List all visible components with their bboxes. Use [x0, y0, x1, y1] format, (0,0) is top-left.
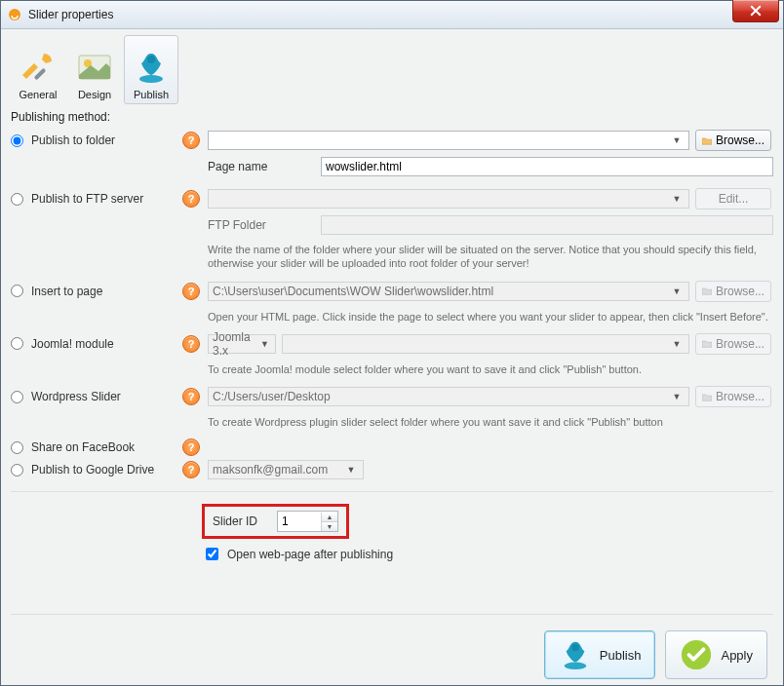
- chevron-down-icon: ▼: [669, 286, 685, 296]
- browse-button: Browse...: [695, 281, 771, 302]
- chevron-down-icon: ▼: [669, 392, 685, 401]
- content-area: General Design Publish Publishing method…: [1, 29, 783, 685]
- wp-path-combo: C:/Users/user/Desktop ▼: [208, 387, 689, 406]
- chevron-down-icon: ▼: [669, 339, 685, 349]
- radio-label: Publish to folder: [31, 133, 115, 147]
- joomla-hint: To create Joomla! module select folder w…: [208, 362, 773, 376]
- slider-id-label: Slider ID: [213, 514, 257, 528]
- spin-down[interactable]: ▼: [322, 521, 337, 531]
- radio-input[interactable]: [11, 134, 23, 147]
- button-label: Browse...: [716, 285, 764, 298]
- browse-button[interactable]: Browse...: [695, 130, 771, 151]
- tab-label: General: [19, 89, 57, 100]
- app-icon: [7, 7, 22, 22]
- titlebar: Slider properties: [1, 1, 783, 29]
- divider: [11, 614, 773, 615]
- svg-point-7: [571, 644, 579, 652]
- window-title: Slider properties: [28, 8, 113, 21]
- radio-label: Wordpress Slider: [31, 390, 121, 403]
- radio-facebook[interactable]: Share on FaceBook: [11, 440, 176, 454]
- apply-button[interactable]: Apply: [665, 630, 767, 679]
- edit-button: Edit...: [695, 188, 771, 210]
- radio-label: Joomla! module: [31, 337, 114, 351]
- svg-point-5: [147, 56, 155, 63]
- wrench-icon: [20, 50, 56, 85]
- dialog-window: Slider properties General Design: [0, 0, 784, 686]
- combo-value: C:/Users/user/Desktop: [213, 390, 331, 403]
- insert-hint: Open your HTML page. Click inside the pa…: [208, 310, 773, 324]
- folder-path-combo[interactable]: ▼: [208, 131, 689, 150]
- combo-value: maksonfk@gmail.com: [213, 463, 328, 476]
- spin-up[interactable]: ▲: [322, 513, 337, 521]
- browse-button: Browse...: [695, 386, 771, 407]
- radio-insert-page[interactable]: Insert to page: [11, 285, 176, 298]
- chevron-down-icon: ▼: [669, 194, 685, 204]
- tab-label: Design: [78, 89, 111, 100]
- button-label: Browse...: [716, 390, 764, 403]
- help-icon[interactable]: ?: [182, 335, 200, 353]
- publish-button[interactable]: Publish: [544, 630, 656, 679]
- chevron-down-icon: ▼: [669, 135, 685, 145]
- help-icon[interactable]: ?: [182, 190, 200, 208]
- ftp-folder-label: FTP Folder: [208, 218, 315, 232]
- open-after-checkbox[interactable]: Open web-page after publishing: [202, 545, 773, 563]
- folder-icon: [702, 392, 712, 402]
- button-label: Edit...: [719, 192, 749, 206]
- chevron-down-icon: ▼: [343, 465, 359, 475]
- check-icon: [680, 638, 713, 671]
- radio-input[interactable]: [11, 193, 23, 206]
- radio-input[interactable]: [11, 441, 23, 454]
- gdrive-account-select: maksonfk@gmail.com ▼: [208, 460, 364, 479]
- checkbox-input[interactable]: [206, 548, 218, 560]
- picture-icon: [77, 50, 112, 85]
- radio-label: Publish to Google Drive: [31, 463, 154, 476]
- folder-icon: [702, 135, 712, 146]
- section-title: Publishing method:: [11, 110, 773, 124]
- close-button[interactable]: [732, 0, 779, 22]
- folder-icon: [702, 338, 712, 349]
- joomla-path-combo: ▼: [282, 334, 689, 354]
- help-icon[interactable]: ?: [182, 438, 200, 456]
- slider-id-highlight: Slider ID ▲ ▼: [202, 504, 349, 539]
- button-label: Apply: [721, 648, 753, 663]
- publish-icon: [134, 50, 169, 85]
- slider-id-input[interactable]: [278, 513, 321, 530]
- tab-publish[interactable]: Publish: [124, 35, 178, 104]
- radio-label: Publish to FTP server: [31, 192, 143, 206]
- help-icon[interactable]: ?: [182, 132, 200, 149]
- ftp-server-combo: ▼: [208, 189, 689, 209]
- help-icon[interactable]: ?: [182, 283, 200, 300]
- tab-label: Publish: [134, 89, 169, 100]
- folder-icon: [702, 286, 712, 296]
- wp-hint: To create Wordpress plugin slider select…: [208, 415, 773, 429]
- radio-publish-ftp[interactable]: Publish to FTP server: [11, 192, 176, 206]
- slider-id-spinner[interactable]: ▲ ▼: [277, 511, 338, 532]
- radio-publish-folder[interactable]: Publish to folder: [11, 133, 176, 147]
- help-icon[interactable]: ?: [182, 388, 200, 405]
- radio-input[interactable]: [11, 464, 23, 476]
- help-icon[interactable]: ?: [182, 461, 200, 478]
- svg-rect-1: [34, 68, 47, 81]
- radio-label: Share on FaceBook: [31, 440, 135, 454]
- ftp-folder-input: [321, 215, 773, 235]
- ftp-hint: Write the name of the folder where your …: [208, 243, 773, 271]
- svg-point-4: [139, 75, 163, 83]
- tab-general[interactable]: General: [11, 35, 65, 104]
- page-name-label: Page name: [208, 160, 315, 173]
- tab-design[interactable]: Design: [67, 35, 122, 104]
- checkbox-label: Open web-page after publishing: [227, 548, 393, 561]
- radio-wordpress[interactable]: Wordpress Slider: [11, 390, 176, 403]
- combo-value: Joomla 3.x: [213, 330, 258, 358]
- browse-button: Browse...: [695, 333, 771, 355]
- svg-point-6: [564, 663, 586, 670]
- insert-path-combo: C:\Users\user\Documents\WOW Slider\wowsl…: [208, 282, 689, 301]
- radio-input[interactable]: [11, 285, 23, 297]
- radio-input[interactable]: [11, 337, 23, 350]
- radio-joomla[interactable]: Joomla! module: [11, 337, 176, 351]
- joomla-version-select: Joomla 3.x ▼: [208, 334, 276, 354]
- radio-google-drive[interactable]: Publish to Google Drive: [11, 463, 176, 476]
- radio-label: Insert to page: [31, 285, 102, 298]
- radio-input[interactable]: [11, 391, 23, 403]
- divider: [11, 491, 773, 492]
- page-name-input[interactable]: [321, 157, 773, 176]
